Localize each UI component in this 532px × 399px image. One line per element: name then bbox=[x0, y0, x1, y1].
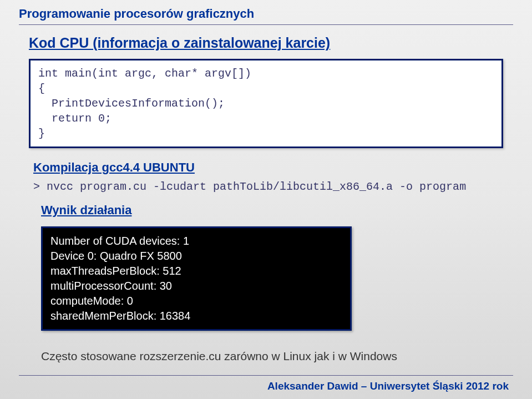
terminal-line: sharedMemPerBlock: 16384 bbox=[50, 309, 342, 324]
terminal-output: Number of CUDA devices: 1 Device 0: Quad… bbox=[41, 226, 352, 331]
terminal-line: maxThreadsPerBlock: 512 bbox=[50, 264, 342, 279]
header-divider bbox=[19, 24, 513, 25]
section-title-compile: Kompilacja gcc4.4 UBUNTU bbox=[33, 160, 513, 175]
terminal-line: multiProcessorCount: 30 bbox=[50, 279, 342, 294]
slide: Programowanie procesorów graficznych Kod… bbox=[0, 0, 532, 399]
note-text: Często stosowane rozszerzenie.cu zarówno… bbox=[41, 350, 513, 363]
terminal-line: Device 0: Quadro FX 5800 bbox=[50, 249, 342, 264]
terminal-line: Number of CUDA devices: 1 bbox=[50, 234, 342, 249]
section-title-code: Kod CPU (informacja o zainstalowanej kar… bbox=[29, 35, 513, 51]
section-title-result: Wynik działania bbox=[41, 203, 513, 218]
code-block: int main(int argc, char* argv[]) { Print… bbox=[29, 59, 503, 148]
terminal-line: computeMode: 0 bbox=[50, 294, 342, 309]
compile-command: > nvcc program.cu -lcudart pathToLib/lib… bbox=[33, 180, 513, 193]
page-header: Programowanie procesorów graficznych bbox=[19, 7, 513, 21]
footer-text: Aleksander Dawid – Uniwersytet Śląski 20… bbox=[267, 380, 509, 392]
footer-divider bbox=[19, 375, 513, 376]
